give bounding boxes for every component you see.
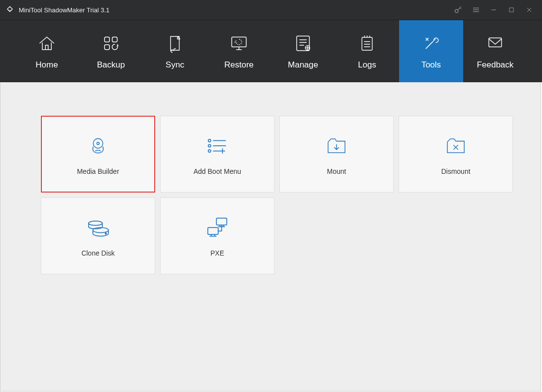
close-button[interactable]	[520, 0, 538, 20]
key-icon[interactable]	[449, 0, 467, 20]
svg-point-12	[208, 139, 211, 142]
app-logo-icon	[5, 5, 15, 15]
tool-label: Clone Disk	[81, 249, 115, 257]
svg-point-17	[105, 233, 106, 234]
nav-manage[interactable]: Manage	[271, 20, 335, 82]
svg-point-0	[455, 9, 458, 13]
nav-feedback[interactable]: Feedback	[463, 20, 527, 82]
tool-mount[interactable]: Mount	[279, 116, 394, 193]
svg-point-11	[97, 142, 100, 145]
nav-label: Tools	[421, 60, 441, 70]
tool-clone-disk[interactable]: Clone Disk	[41, 197, 155, 274]
tools-grid: Media Builder Add Boot Menu Mount Dismou…	[41, 116, 541, 274]
nav-home[interactable]: Home	[15, 20, 79, 82]
tool-media-builder[interactable]: Media Builder	[41, 116, 155, 193]
tool-pxe[interactable]: PXE	[160, 197, 274, 274]
backup-icon	[100, 33, 122, 54]
tool-label: Dismount	[441, 167, 470, 175]
app-title: MiniTool ShadowMaker Trial 3.1	[19, 6, 109, 14]
titlebar: MiniTool ShadowMaker Trial 3.1	[0, 0, 542, 20]
svg-rect-2	[104, 37, 109, 42]
home-icon	[36, 33, 58, 54]
minimize-button[interactable]	[485, 0, 503, 20]
nav-backup[interactable]: Backup	[79, 20, 143, 82]
pxe-icon	[203, 215, 231, 240]
svg-rect-5	[232, 37, 246, 47]
tool-label: Mount	[327, 167, 346, 175]
tool-add-boot-menu[interactable]: Add Boot Menu	[160, 116, 274, 193]
content-area: Media Builder Add Boot Menu Mount Dismou…	[0, 82, 541, 392]
tool-label: Add Boot Menu	[194, 167, 241, 175]
svg-rect-4	[104, 45, 109, 50]
nav-label: Home	[35, 60, 58, 70]
nav-label: Feedback	[477, 60, 514, 70]
svg-rect-8	[362, 37, 373, 50]
sync-icon	[165, 33, 185, 54]
media-builder-icon	[85, 133, 111, 159]
nav-tools[interactable]: Tools	[399, 20, 463, 82]
feedback-icon	[484, 33, 506, 54]
manage-icon	[292, 33, 314, 54]
tool-label: PXE	[210, 249, 224, 257]
main-nav: Home Backup Sync Restore Manage Logs T	[0, 20, 542, 82]
nav-label: Backup	[97, 60, 125, 70]
svg-rect-3	[112, 37, 117, 42]
tool-dismount[interactable]: Dismount	[399, 116, 513, 193]
nav-label: Logs	[358, 60, 376, 70]
nav-label: Sync	[166, 60, 184, 70]
nav-restore[interactable]: Restore	[207, 20, 271, 82]
tool-label: Media Builder	[77, 167, 119, 175]
maximize-button[interactable]	[503, 0, 520, 20]
restore-icon	[228, 33, 250, 54]
tools-icon	[420, 33, 442, 54]
nav-logs[interactable]: Logs	[335, 20, 399, 82]
dismount-icon	[443, 133, 468, 159]
nav-label: Manage	[288, 60, 318, 70]
logs-icon	[357, 33, 377, 54]
clone-disk-icon	[84, 215, 112, 240]
nav-label: Restore	[224, 60, 254, 70]
svg-point-10	[93, 138, 103, 148]
svg-point-13	[208, 144, 211, 147]
mount-icon	[324, 133, 349, 159]
svg-rect-19	[208, 228, 218, 234]
nav-sync[interactable]: Sync	[143, 20, 207, 82]
svg-rect-9	[489, 38, 502, 47]
add-boot-menu-icon	[203, 133, 231, 159]
svg-rect-18	[216, 218, 227, 225]
svg-rect-1	[509, 8, 513, 12]
menu-icon[interactable]	[467, 0, 485, 20]
svg-point-15	[89, 221, 102, 226]
svg-point-14	[208, 150, 211, 152]
